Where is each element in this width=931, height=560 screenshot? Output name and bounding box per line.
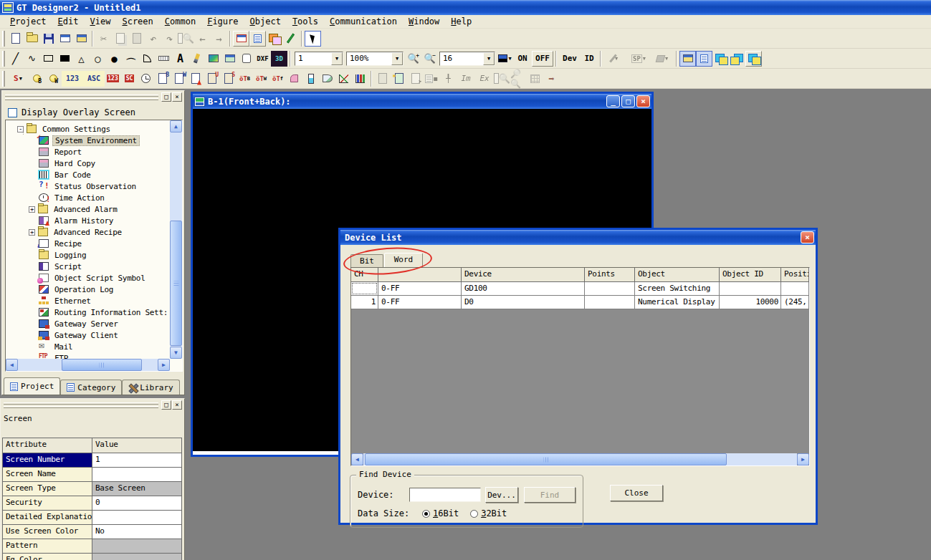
paint-tool-button[interactable]: [188, 51, 205, 67]
menu-help[interactable]: Help: [445, 16, 477, 28]
dialog-titlebar[interactable]: Device List ×: [340, 230, 816, 245]
tree-vertical-scrollbar[interactable]: ▲ ▼: [170, 120, 182, 359]
property-row-screen-number[interactable]: Screen Number 1: [2, 453, 182, 468]
tab-bit[interactable]: Bit: [350, 254, 383, 267]
scroll-right-button[interactable]: ▶: [158, 359, 170, 371]
hand-tool-button[interactable]: [238, 51, 254, 67]
property-row-screen-type[interactable]: Screen Type Base Screen: [2, 482, 182, 496]
select-cursor-button[interactable]: [305, 31, 321, 47]
alarm-user-button[interactable]: U: [204, 71, 220, 87]
col-header-points[interactable]: Points: [585, 268, 635, 282]
parts-move-button[interactable]: öTf: [269, 71, 286, 87]
col-header-position[interactable]: Positi: [781, 268, 809, 282]
ascii-display-button[interactable]: ASC: [83, 71, 105, 87]
parts-display-bit-button[interactable]: öTB: [237, 71, 253, 87]
panel-close-button[interactable]: ×: [172, 400, 182, 410]
tree-item-alarm-history[interactable]: Alarm History: [39, 215, 115, 226]
tree-item-gateway-server[interactable]: Gateway Server: [39, 318, 120, 329]
scrollbar-thumb[interactable]: [62, 359, 142, 371]
close-dialog-button[interactable]: Close: [610, 485, 663, 501]
col-header-object-id[interactable]: Object ID: [720, 268, 781, 282]
tab-word[interactable]: Word: [384, 253, 423, 267]
device-input[interactable]: [409, 488, 481, 502]
dropdown-arrow-icon[interactable]: ▼: [508, 56, 511, 62]
property-row-screen-name[interactable]: Screen Name: [2, 468, 182, 482]
col-header-ch[interactable]: CH: [351, 268, 378, 282]
layer-front-button[interactable]: [712, 51, 729, 67]
circle-tool-button[interactable]: ○: [90, 51, 106, 67]
device-row-gd100[interactable]: 0-FF GD100 Screen Switching: [351, 282, 809, 296]
screen-image-button[interactable]: [233, 31, 249, 47]
cascade-windows-button[interactable]: [266, 31, 282, 47]
editor-titlebar[interactable]: B-1(Front+Back): _ □ ×: [193, 94, 651, 109]
menu-tools[interactable]: Tools: [287, 16, 324, 28]
rect-tool-button[interactable]: [40, 51, 57, 67]
color-count-combo[interactable]: 16 ▼: [439, 52, 495, 66]
screen-property-button[interactable]: [57, 31, 73, 47]
comment-word-button[interactable]: W: [171, 71, 187, 87]
data-list-button[interactable]: 123: [105, 71, 121, 87]
toolbar-grip[interactable]: [2, 71, 5, 87]
dxf-import-button[interactable]: DXF: [254, 51, 271, 67]
menu-common[interactable]: Common: [159, 16, 201, 28]
property-row-pattern[interactable]: Pattern: [2, 539, 182, 554]
tree-item-routing-information[interactable]: Routing Information Sett:: [39, 306, 170, 318]
property-row-detailed-explanation[interactable]: Detailed Explanation: [2, 511, 182, 525]
polygon-tool-button[interactable]: △: [73, 51, 90, 67]
line-tool-button[interactable]: ╱: [7, 51, 24, 67]
zoom-in-button[interactable]: 🔍+: [405, 51, 421, 67]
switch-object-button[interactable]: S▼: [7, 71, 29, 87]
layer-both-button[interactable]: [745, 51, 762, 67]
numerical-display-button[interactable]: 123: [62, 71, 83, 87]
menu-communication[interactable]: Communication: [324, 16, 403, 28]
tree-item-object-script-symbol[interactable]: Object Script Symbol: [39, 272, 147, 284]
tree-item-bar-code[interactable]: Bar Code: [39, 169, 93, 180]
toolbar-grip[interactable]: [2, 51, 5, 67]
tree-item-recipe[interactable]: Recipe: [39, 238, 84, 249]
col-header-object[interactable]: Object: [635, 268, 720, 282]
tree-item-report[interactable]: Report: [39, 146, 84, 158]
screen-list-button[interactable]: [249, 31, 266, 47]
tree-item-time-action[interactable]: Time Action: [39, 192, 107, 203]
toolbar-grip[interactable]: [2, 31, 5, 47]
tree-item-ethernet[interactable]: Ethernet: [39, 295, 93, 306]
maximize-button[interactable]: □: [621, 95, 635, 107]
tree-item-logging[interactable]: Logging: [39, 249, 88, 261]
sector-tool-button[interactable]: [139, 51, 156, 67]
panelmeter-button[interactable]: [286, 71, 302, 87]
layer-back-button[interactable]: [729, 51, 745, 67]
date-display-button[interactable]: SC: [121, 71, 138, 87]
new-file-button[interactable]: [7, 31, 24, 47]
radio-16bit-label[interactable]: 16Bit: [433, 508, 459, 518]
panel-maximize-button[interactable]: □: [161, 92, 171, 102]
fill-color-button[interactable]: ▼: [497, 51, 513, 67]
alarm-system-button[interactable]: S: [220, 71, 237, 87]
combo-dropdown-icon[interactable]: ▼: [483, 52, 495, 65]
arc-tool-button[interactable]: (: [123, 50, 139, 67]
panel-drag-handle[interactable]: □ ×: [2, 400, 183, 411]
tree-item-mail[interactable]: Mail: [39, 341, 75, 352]
tree-item-operation-log[interactable]: Operation Log: [39, 284, 115, 295]
next-toolbar-button[interactable]: ➡: [543, 71, 560, 87]
device-on-button[interactable]: ON: [513, 51, 532, 67]
filled-rect-tool-button[interactable]: [57, 51, 73, 67]
panel-maximize-button[interactable]: □: [161, 400, 171, 410]
draw-pen-button[interactable]: [282, 31, 299, 47]
radio-32bit-label[interactable]: 32Bit: [481, 508, 507, 518]
new-screen-button[interactable]: [73, 31, 90, 47]
col-header-range[interactable]: [378, 268, 462, 282]
screen-call-button[interactable]: [221, 51, 238, 67]
radio-16bit[interactable]: [422, 510, 430, 518]
menu-project[interactable]: Project: [4, 16, 52, 28]
tree-horizontal-scrollbar[interactable]: ◀ ▶: [6, 359, 170, 371]
display-overlay-checkbox[interactable]: [8, 108, 17, 117]
tab-library[interactable]: Library: [122, 380, 179, 395]
close-button[interactable]: ×: [636, 95, 650, 107]
save-button[interactable]: [40, 31, 57, 47]
combo-dropdown-icon[interactable]: ▼: [391, 52, 403, 65]
property-row-use-screen-color[interactable]: Use Screen Color No: [2, 525, 182, 539]
combo-dropdown-icon[interactable]: ▼: [331, 52, 343, 65]
radio-32bit[interactable]: [470, 510, 478, 518]
scroll-left-button[interactable]: ◀: [351, 453, 363, 465]
zoom-combo[interactable]: 100% ▼: [346, 52, 404, 66]
